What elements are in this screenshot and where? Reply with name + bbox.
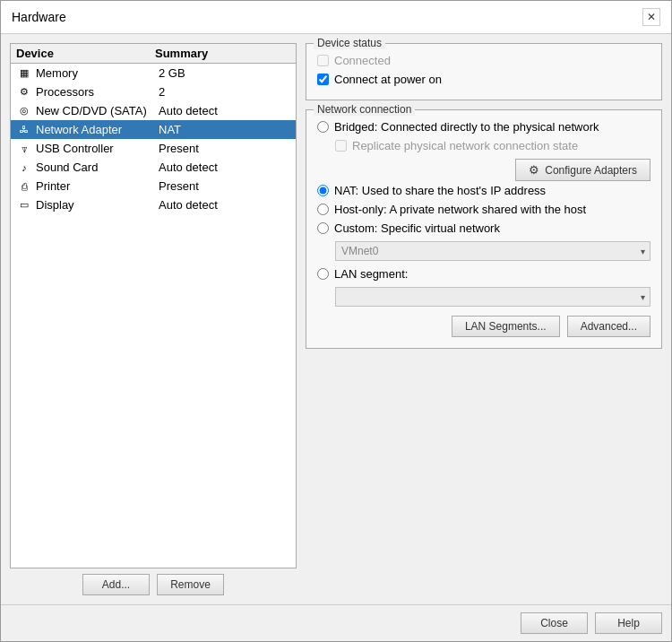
device-row-printer[interactable]: Printer Present — [11, 177, 296, 195]
device-name-printer: Printer — [36, 179, 159, 193]
remove-button[interactable]: Remove — [157, 574, 224, 595]
custom-radio[interactable] — [317, 222, 329, 234]
power-on-row: Connect at power on — [317, 70, 650, 89]
display-icon — [16, 199, 32, 212]
left-panel: Device Summary Memory 2 GB Processors 2 — [10, 43, 297, 595]
power-on-checkbox[interactable] — [317, 74, 329, 85]
host-only-radio[interactable] — [317, 204, 329, 215]
cd-icon — [16, 105, 32, 117]
device-summary-usb: Present — [159, 142, 290, 155]
host-only-label: Host-only: A private network shared with… — [334, 203, 586, 216]
usb-icon — [16, 143, 32, 155]
lan-row: LAN segment: — [317, 265, 650, 283]
memory-icon — [16, 67, 32, 80]
device-name-cdrom: New CD/DVD (SATA) — [36, 104, 159, 117]
device-row-display[interactable]: Display Auto detect — [11, 195, 296, 214]
sound-icon — [16, 161, 32, 174]
custom-dropdown-row: VMnet0 VMnet1 VMnet2 ▾ — [335, 241, 650, 261]
gear-icon: ⚙ — [529, 163, 539, 177]
power-on-label: Connect at power on — [334, 73, 442, 86]
device-summary-display: Auto detect — [159, 198, 290, 212]
device-summary-cdrom: Auto detect — [159, 104, 290, 117]
bottom-buttons: Close Help — [1, 604, 671, 641]
nat-label: NAT: Used to share the host's IP address — [334, 184, 546, 197]
device-row-sound[interactable]: Sound Card Auto detect — [11, 158, 296, 177]
bridged-row: Bridged: Connected directly to the physi… — [317, 117, 650, 136]
lan-dropdown[interactable] — [335, 287, 650, 307]
device-name-usb: USB Controller — [36, 142, 159, 155]
header-device: Device — [16, 47, 155, 60]
replicate-label: Replicate physical network connection st… — [352, 139, 578, 152]
device-row-usb[interactable]: USB Controller Present — [11, 139, 296, 158]
host-only-row: Host-only: A private network shared with… — [317, 200, 650, 219]
close-button[interactable]: ✕ — [642, 8, 660, 26]
network-connection-label: Network connection — [314, 103, 415, 116]
device-status-label: Device status — [314, 37, 385, 49]
device-name-display: Display — [36, 198, 159, 212]
device-row-memory[interactable]: Memory 2 GB — [11, 64, 296, 82]
dialog-body: Device Summary Memory 2 GB Processors 2 — [1, 34, 671, 604]
device-summary-sound: Auto detect — [159, 160, 290, 174]
cpu-icon — [16, 86, 32, 99]
device-row-network[interactable]: Network Adapter NAT — [11, 120, 296, 139]
device-row-cdrom[interactable]: New CD/DVD (SATA) Auto detect — [11, 101, 296, 120]
replicate-row: Replicate physical network connection st… — [335, 136, 650, 155]
configure-btn-row: ⚙ Configure Adapters — [317, 159, 650, 181]
printer-icon — [16, 180, 32, 193]
device-row-processors[interactable]: Processors 2 — [11, 82, 296, 101]
device-name-sound: Sound Card — [36, 160, 159, 174]
connected-checkbox[interactable] — [317, 55, 329, 66]
custom-row: Custom: Specific virtual network — [317, 219, 650, 238]
device-summary-printer: Present — [159, 179, 290, 193]
bottom-action-buttons: Close Help — [521, 612, 662, 634]
left-buttons: Add... Remove — [10, 574, 297, 595]
header-summary: Summary — [155, 47, 290, 60]
lan-radio[interactable] — [317, 268, 329, 280]
replicate-checkbox[interactable] — [335, 140, 347, 152]
advanced-button[interactable]: Advanced... — [567, 316, 650, 337]
connected-label: Connected — [334, 54, 391, 67]
lan-label: LAN segment: — [334, 267, 408, 281]
lan-dropdown-wrapper: ▾ — [335, 287, 650, 307]
device-name-network: Network Adapter — [36, 123, 159, 136]
hardware-dialog: Hardware ✕ Device Summary Memory 2 GB — [0, 0, 672, 642]
nat-row: NAT: Used to share the host's IP address — [317, 181, 650, 200]
lan-dropdown-row: ▾ — [335, 287, 650, 307]
custom-dropdown-wrapper: VMnet0 VMnet1 VMnet2 ▾ — [335, 241, 650, 261]
device-summary-processors: 2 — [159, 85, 290, 99]
right-panel: Device status Connected Connect at power… — [306, 43, 662, 595]
network-icon — [16, 124, 32, 136]
bridged-radio[interactable] — [317, 121, 329, 133]
custom-dropdown[interactable]: VMnet0 VMnet1 VMnet2 — [335, 241, 650, 261]
nat-radio[interactable] — [317, 185, 329, 196]
table-header: Device Summary — [11, 44, 296, 64]
device-name-processors: Processors — [36, 85, 159, 99]
device-status-group: Device status Connected Connect at power… — [306, 43, 662, 100]
help-button[interactable]: Help — [595, 612, 662, 634]
bridged-label: Bridged: Connected directly to the physi… — [334, 120, 599, 134]
custom-label: Custom: Specific virtual network — [334, 221, 500, 235]
dialog-title: Hardware — [12, 10, 66, 24]
device-summary-memory: 2 GB — [159, 66, 290, 80]
device-table: Device Summary Memory 2 GB Processors 2 — [10, 43, 297, 568]
network-connection-group: Network connection Bridged: Connected di… — [306, 109, 662, 349]
device-summary-network: NAT — [159, 123, 290, 136]
add-button[interactable]: Add... — [82, 574, 150, 595]
configure-adapters-button[interactable]: ⚙ Configure Adapters — [515, 159, 650, 181]
lan-segments-button[interactable]: LAN Segments... — [452, 316, 560, 337]
device-name-memory: Memory — [36, 66, 159, 80]
dialog-close-button[interactable]: Close — [521, 612, 588, 634]
connected-row: Connected — [317, 51, 650, 70]
title-bar: Hardware ✕ — [1, 1, 671, 34]
